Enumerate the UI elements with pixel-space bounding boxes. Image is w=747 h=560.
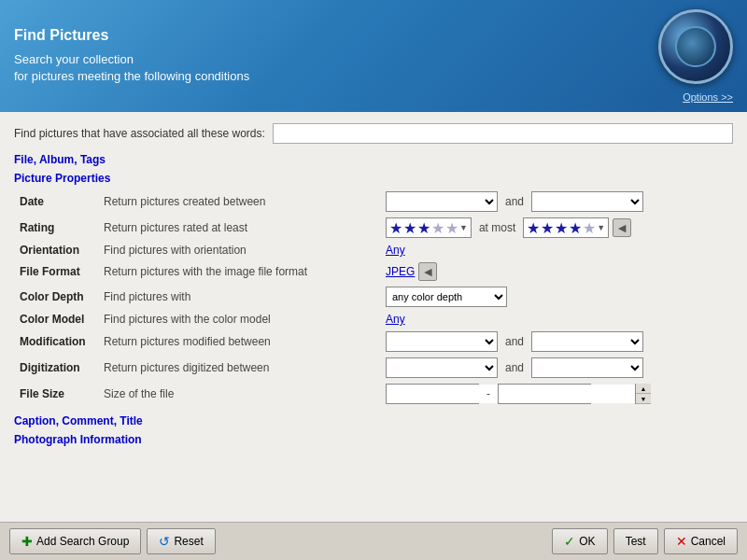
- star-3: ★: [417, 219, 430, 237]
- date-label: Date: [14, 189, 98, 215]
- add-search-group-button[interactable]: ✚ Add Search Group: [9, 528, 141, 554]
- color-depth-desc: Find pictures with: [98, 284, 380, 310]
- color-depth-label: Color Depth: [14, 284, 98, 310]
- footer-left: ✚ Add Search Group ↺ Reset: [9, 528, 216, 554]
- header-text: Find Pictures Search your collection for…: [14, 27, 249, 85]
- header-subtitle-1: Search your collection: [14, 51, 249, 68]
- rating-clear-btn[interactable]: ◄: [613, 218, 631, 237]
- color-model-desc: Find pictures with the color model: [98, 310, 380, 329]
- modification-and: and: [501, 335, 528, 348]
- reset-button[interactable]: ↺ Reset: [147, 528, 215, 554]
- camera-logo: [658, 9, 733, 84]
- orientation-label: Orientation: [14, 241, 98, 259]
- color-model-label: Color Model: [14, 310, 98, 329]
- rating-row: Rating Return pictures rated at least ★ …: [14, 215, 733, 241]
- file-format-controls: JPEG ◄: [386, 262, 727, 281]
- cancel-icon: ✕: [676, 534, 687, 549]
- ok-label: OK: [579, 535, 595, 548]
- test-label: Test: [626, 535, 646, 548]
- file-size-to-down[interactable]: ▼: [636, 394, 651, 404]
- orientation-desc: Find pictures with orientation: [98, 241, 380, 259]
- rating-label: Rating: [14, 215, 98, 241]
- rating-desc: Return pictures rated at least: [98, 215, 380, 241]
- reset-label: Reset: [174, 535, 203, 548]
- date-and: and: [501, 195, 528, 208]
- rating-max-stars[interactable]: ★ ★ ★ ★ ★ ▼: [523, 217, 609, 238]
- modification-desc: Return pictures modified between: [98, 329, 380, 355]
- search-words-label: Find pictures that have associated all t…: [14, 127, 265, 140]
- file-size-label: File Size: [14, 381, 98, 407]
- file-size-row: File Size Size of the file ▲ ▼ -: [14, 381, 733, 407]
- file-size-to-btns: ▲ ▼: [635, 384, 651, 404]
- file-format-value[interactable]: JPEG: [386, 265, 415, 278]
- header-subtitle-2: for pictures meeting the following condi…: [14, 68, 249, 85]
- digitization-to-select[interactable]: [531, 357, 643, 378]
- digitization-from-select[interactable]: [386, 357, 498, 378]
- file-size-from-spinner: ▲ ▼: [386, 384, 479, 404]
- page-title: Find Pictures: [14, 27, 249, 44]
- ok-check-icon: ✓: [564, 534, 575, 549]
- modification-label: Modification: [14, 329, 98, 355]
- file-format-row: File Format Return pictures with the ima…: [14, 259, 733, 284]
- search-words-input[interactable]: [273, 123, 733, 144]
- star-m3: ★: [555, 219, 568, 237]
- star-m4: ★: [569, 219, 582, 237]
- color-model-row: Color Model Find pictures with the color…: [14, 310, 733, 329]
- digitization-controls: and: [386, 357, 727, 378]
- orientation-row: Orientation Find pictures with orientati…: [14, 241, 733, 259]
- rating-min-stars[interactable]: ★ ★ ★ ★ ★ ▼: [386, 217, 472, 238]
- file-format-label: File Format: [14, 259, 98, 284]
- plus-icon: ✚: [21, 534, 33, 549]
- reset-icon: ↺: [159, 534, 170, 549]
- footer: ✚ Add Search Group ↺ Reset ✓ OK Test ✕ C…: [0, 522, 747, 560]
- date-desc: Return pictures created between: [98, 189, 380, 215]
- modification-row: Modification Return pictures modified be…: [14, 329, 733, 355]
- star-1: ★: [389, 219, 402, 237]
- star-m1: ★: [527, 219, 540, 237]
- picture-properties-title: Picture Properties: [14, 172, 733, 185]
- cancel-label: Cancel: [691, 535, 726, 548]
- header-right: Options >>: [658, 9, 733, 103]
- color-depth-select[interactable]: any color depth: [386, 287, 507, 307]
- file-album-tags-link[interactable]: File, Album, Tags: [14, 153, 733, 166]
- modification-to-select[interactable]: [531, 331, 643, 352]
- test-button[interactable]: Test: [613, 528, 658, 554]
- star-m2: ★: [541, 219, 554, 237]
- rating-max-chevron: ▼: [597, 223, 605, 232]
- header: Find Pictures Search your collection for…: [0, 0, 747, 112]
- date-from-select[interactable]: [386, 191, 498, 212]
- star-5: ★: [445, 219, 458, 237]
- date-controls: and: [386, 191, 727, 212]
- modification-controls: and: [386, 331, 727, 352]
- date-to-select[interactable]: [531, 191, 643, 212]
- file-size-desc: Size of the file: [98, 381, 380, 407]
- modification-from-select[interactable]: [386, 331, 498, 352]
- properties-table: Date Return pictures created between and…: [14, 189, 733, 407]
- file-format-clear-btn[interactable]: ◄: [418, 262, 437, 281]
- ok-button[interactable]: ✓ OK: [552, 528, 607, 554]
- main-content: Find pictures that have associated all t…: [0, 112, 747, 522]
- digitization-desc: Return pictures digitized between: [98, 355, 380, 381]
- orientation-value[interactable]: Any: [386, 244, 405, 257]
- rating-at-most: at most: [475, 221, 519, 234]
- caption-comment-title-link[interactable]: Caption, Comment, Title: [14, 414, 733, 427]
- footer-right: ✓ OK Test ✕ Cancel: [552, 528, 738, 554]
- file-size-controls: ▲ ▼ - ▲ ▼: [386, 384, 727, 404]
- file-size-to-up[interactable]: ▲: [636, 384, 651, 394]
- color-model-value[interactable]: Any: [386, 313, 405, 326]
- search-words-row: Find pictures that have associated all t…: [14, 123, 733, 144]
- file-size-to-input[interactable]: [499, 385, 635, 403]
- rating-controls: ★ ★ ★ ★ ★ ▼ at most ★ ★ ★ ★ ★ ▼: [386, 217, 727, 238]
- rating-min-chevron: ▼: [459, 223, 468, 232]
- date-row: Date Return pictures created between and: [14, 189, 733, 215]
- color-depth-row: Color Depth Find pictures with any color…: [14, 284, 733, 310]
- digitization-label: Digitization: [14, 355, 98, 381]
- photograph-information-link[interactable]: Photograph Information: [14, 433, 733, 446]
- options-link[interactable]: Options >>: [683, 91, 733, 103]
- file-size-to-spinner: ▲ ▼: [498, 384, 591, 404]
- star-2: ★: [403, 219, 416, 237]
- digitization-row: Digitization Return pictures digitized b…: [14, 355, 733, 381]
- cancel-button[interactable]: ✕ Cancel: [664, 528, 738, 554]
- digitization-and: and: [501, 361, 528, 374]
- add-search-group-label: Add Search Group: [36, 535, 129, 548]
